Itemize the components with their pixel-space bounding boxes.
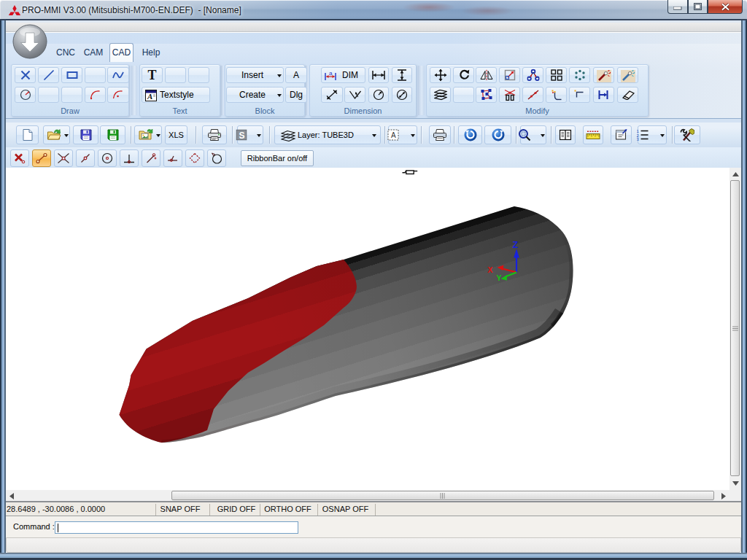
svg-text:a: a	[329, 71, 333, 77]
svg-text:X: X	[488, 265, 493, 274]
svg-text:Z: Z	[513, 240, 519, 250]
svg-text:3: 3	[637, 137, 640, 141]
svg-text:A: A	[391, 131, 396, 139]
svg-text:Y: Y	[497, 273, 502, 282]
svg-text:S: S	[239, 131, 245, 141]
svg-text:A: A	[147, 92, 152, 101]
